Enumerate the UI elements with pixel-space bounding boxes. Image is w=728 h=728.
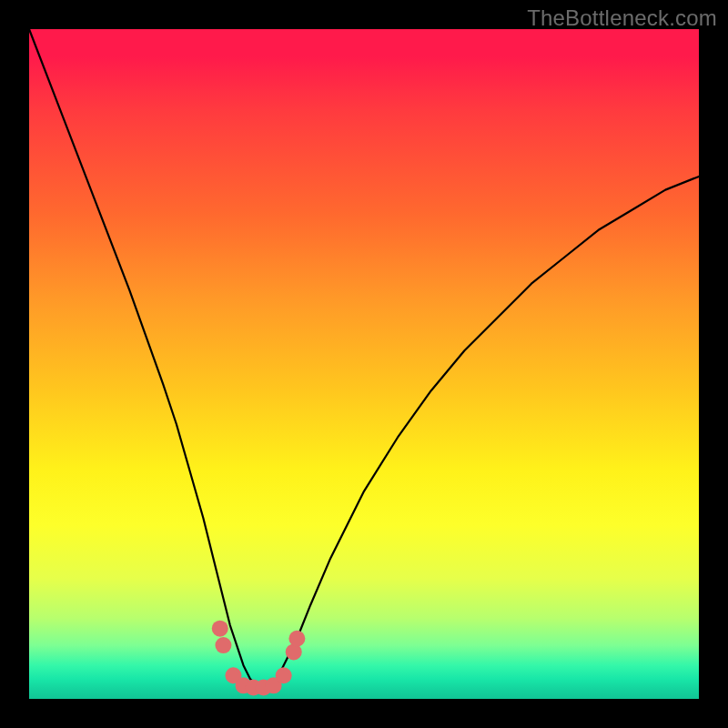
plot-area <box>29 29 699 699</box>
highlight-dots <box>212 621 306 696</box>
highlight-dot <box>212 621 228 637</box>
curve-layer <box>29 29 699 699</box>
watermark-text: TheBottleneck.com <box>527 5 717 31</box>
bottleneck-curve <box>29 29 699 685</box>
highlight-dot <box>215 637 231 653</box>
highlight-dot <box>276 667 292 683</box>
highlight-dot <box>288 631 305 647</box>
chart-frame: TheBottleneck.com <box>0 0 728 728</box>
